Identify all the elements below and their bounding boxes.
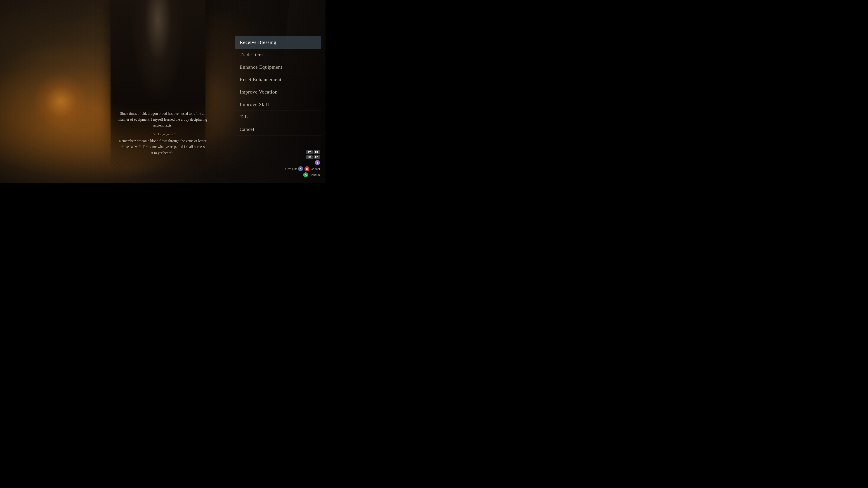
- dialogue-speaker: The Dragonforged: [104, 133, 221, 136]
- give-gift-label: Give Gift: [285, 167, 297, 170]
- menu-item-enhance-equipment[interactable]: Enhance Equipment: [235, 61, 321, 73]
- menu-item-receive-blessing[interactable]: Receive Blessing: [235, 36, 321, 48]
- menu-item-improve-vocation[interactable]: Improve Vocation: [235, 86, 321, 98]
- rt-button: RT: [313, 150, 320, 154]
- menu-item-trade-item[interactable]: Trade Item: [235, 48, 321, 61]
- menu-list: Receive BlessingTrade ItemEnhance Equipm…: [235, 36, 321, 135]
- confirm-label: Confirm: [309, 173, 320, 177]
- a-button: A: [303, 172, 308, 177]
- y-button: Y: [315, 160, 320, 165]
- dialogue-box: Since times of eld, dragon blood has bee…: [104, 111, 221, 156]
- lb-button: LB: [306, 155, 313, 159]
- button-prompts: LT RT LB RB Y Give Gift X B Cancel A Con…: [285, 150, 320, 178]
- bumper-row: LT RT: [285, 150, 320, 154]
- menu-item-cancel[interactable]: Cancel: [235, 123, 321, 135]
- candle-glow: [33, 73, 89, 130]
- give-gift-row: Give Gift X B Cancel: [285, 166, 320, 171]
- x-button: X: [298, 166, 303, 171]
- b-button: B: [305, 166, 309, 171]
- menu-item-improve-skill[interactable]: Improve Skill: [235, 98, 321, 111]
- dialogue-secondary-text: Remember: draconic blood flows through t…: [104, 138, 221, 156]
- y-button-row: Y: [285, 160, 320, 165]
- confirm-row: A Confirm: [285, 172, 320, 177]
- dialogue-main-text: Since times of eld, dragon blood has bee…: [104, 111, 221, 129]
- cancel-label: Cancel: [311, 167, 320, 170]
- menu-item-reset-enhancement[interactable]: Reset Enhancement: [235, 73, 321, 86]
- bumper-row-2: LB RB: [285, 155, 320, 159]
- rb-button: RB: [313, 155, 320, 159]
- menu-item-talk[interactable]: Talk: [235, 111, 321, 123]
- lt-button: LT: [306, 150, 313, 154]
